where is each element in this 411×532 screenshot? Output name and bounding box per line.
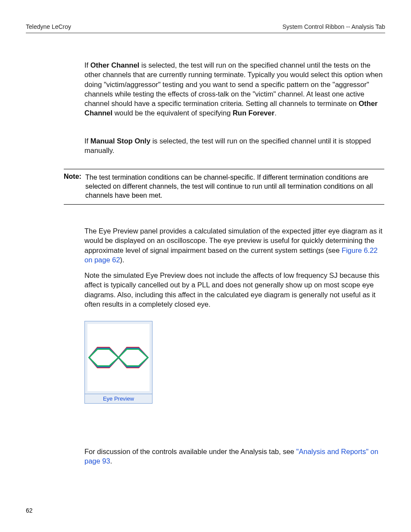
note-text: The test termination conditions can be c… bbox=[85, 173, 384, 200]
figure-eye-preview: Eye Preview bbox=[84, 321, 384, 404]
content-section-1: If Other Channel is selected, the test w… bbox=[84, 60, 384, 161]
text-run: If bbox=[84, 61, 90, 69]
eye-preview-label: Eye Preview bbox=[85, 394, 152, 403]
text-run: would be the equivalent of specifying bbox=[112, 109, 233, 117]
eye-preview-panel: Eye Preview bbox=[84, 321, 153, 404]
page-number: 62 bbox=[26, 507, 33, 514]
text-run: For discussion of the controls available… bbox=[84, 448, 296, 455]
text-run: . bbox=[110, 457, 112, 465]
paragraph-other-channel: If Other Channel is selected, the test w… bbox=[84, 60, 384, 118]
paragraph-manual-stop: If Manual Stop Only is selected, the tes… bbox=[84, 136, 384, 156]
text-bold: Manual Stop Only bbox=[90, 137, 150, 145]
page-header: Teledyne LeCroy System Control Ribbon --… bbox=[26, 23, 385, 33]
content-section-2: The Eye Preview panel provides a calcula… bbox=[84, 226, 384, 472]
note-label: Note: bbox=[64, 173, 81, 180]
text-run: The Eye Preview panel provides a calcula… bbox=[84, 227, 383, 254]
text-bold: Run Forever bbox=[233, 109, 274, 117]
text-run: If bbox=[84, 137, 90, 145]
eye-diagram-area bbox=[87, 324, 149, 391]
note-block: Note: The test termination conditions ca… bbox=[64, 169, 384, 205]
paragraph-eye-preview-note: Note the simulated Eye Preview does not … bbox=[84, 271, 384, 309]
paragraph-eye-preview-desc: The Eye Preview panel provides a calcula… bbox=[84, 226, 384, 264]
header-right-text: System Control Ribbon -- Analysis Tab bbox=[282, 23, 385, 30]
header-left-text: Teledyne LeCroy bbox=[26, 23, 71, 30]
text-run: . bbox=[274, 109, 277, 117]
text-bold: Other Channel bbox=[90, 61, 140, 69]
text-run: ). bbox=[120, 256, 125, 264]
eye-diagram-icon bbox=[87, 324, 149, 391]
paragraph-analysis-reference: For discussion of the controls available… bbox=[84, 447, 384, 466]
